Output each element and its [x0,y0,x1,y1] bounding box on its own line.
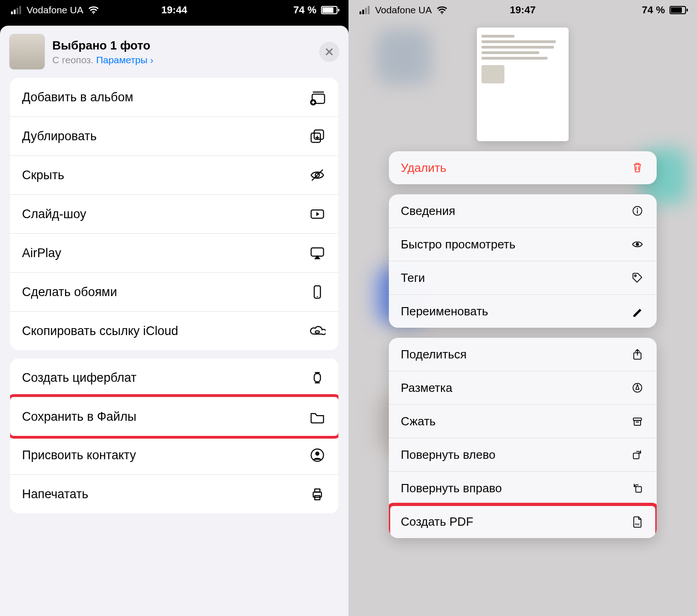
battery-icon [669,6,686,14]
ctx-pdf[interactable]: Создать PDFPDF [389,505,657,538]
svg-rect-35 [636,487,642,492]
photo-thumbnail[interactable] [9,34,45,70]
contact-icon [308,446,326,464]
ctx-label: Разметка [401,381,452,395]
svg-rect-1 [14,10,16,14]
svg-rect-23 [365,8,367,14]
ctx-eye[interactable]: Быстро просмотреть [389,227,657,261]
sheet-title: Выбрано 1 фото [52,38,312,53]
markup-icon [630,380,645,395]
action-group-1: Добавить в альбомДублироватьСкрытьСлайд-… [10,78,338,350]
status-bar: Vodafone UA 19:44 74 % [0,0,348,20]
album-add-icon [308,88,326,106]
pencil-icon [630,304,645,319]
action-contact[interactable]: Присвоить контакту [10,436,338,474]
svg-point-4 [93,13,94,14]
svg-rect-21 [360,11,361,14]
share-sheet: Выбрано 1 фото С геопоз. Параметры › Доб… [0,26,348,616]
action-album-add[interactable]: Добавить в альбом [10,78,338,116]
time-label: 19:44 [161,4,187,16]
ctx-group-actions: ПоделитьсяРазметкаСжатьПовернуть влевоПо… [389,338,657,538]
svg-rect-34 [633,453,639,459]
options-link[interactable]: Параметры › [96,55,154,65]
action-label: Присвоить контакту [22,448,136,462]
action-play-rect[interactable]: Слайд-шоу [10,194,338,233]
action-label: Скопировать ссылку iCloud [22,324,178,338]
cloud-link-icon [308,322,326,340]
eye-icon [630,237,645,252]
status-bar: Vodafone UA 19:47 74 % [348,0,697,20]
battery-percent: 74 % [642,4,665,16]
ctx-rotate-left[interactable]: Повернуть влево [389,438,657,471]
folder-icon [308,407,326,426]
svg-rect-0 [11,11,13,14]
action-label: Скрыть [22,168,64,182]
svg-point-27 [637,208,638,209]
ctx-label: Повернуть влево [401,448,495,462]
svg-point-25 [442,13,443,14]
ctx-label: Быстро просмотреть [401,237,515,252]
svg-point-17 [315,451,320,456]
ctx-label: Удалить [401,161,446,175]
ctx-pencil[interactable]: Переименовать [389,294,657,328]
sheet-subtitle: С геопоз. Параметры › [52,55,312,66]
action-duplicate[interactable]: Дублировать [10,116,338,155]
duplicate-icon [308,127,326,145]
svg-rect-22 [362,10,364,14]
rotate-right-icon [630,481,645,495]
svg-rect-33 [634,420,641,425]
airplay-icon [308,244,326,262]
ctx-group-delete: Удалить [389,151,657,184]
action-airplay[interactable]: AirPlay [10,233,338,272]
share-sheet-header: Выбрано 1 фото С геопоз. Параметры › [0,26,348,78]
phone-left: Vodafone UA 19:44 74 % Выбрано 1 фото С … [0,0,348,616]
svg-point-28 [636,243,639,246]
ctx-label: Поделиться [401,347,467,362]
ctx-label: Повернуть вправо [401,481,502,495]
ctx-archive[interactable]: Сжать [389,404,657,438]
svg-rect-19 [315,489,320,492]
ctx-trash[interactable]: Удалить [389,151,657,184]
time-label: 19:47 [510,4,536,16]
watch-icon [308,368,326,387]
action-print[interactable]: Напечатать [10,474,338,513]
phone-icon [308,283,326,301]
close-button[interactable] [319,42,339,62]
ctx-label: Переименовать [401,304,488,319]
signal-icon [11,6,22,14]
svg-point-29 [635,275,636,277]
action-folder[interactable]: Сохранить в Файлы [10,397,338,436]
action-watch[interactable]: Создать циферблат [10,358,338,397]
wifi-icon [88,6,99,14]
ctx-markup[interactable]: Разметка [389,371,657,404]
phone-right: Vodafone UA 19:47 74 % Удалить СведенияБ… [348,0,697,616]
ctx-rotate-right[interactable]: Повернуть вправо [389,471,657,505]
ctx-info[interactable]: Сведения [389,194,657,227]
carrier-label: Vodafone UA [27,5,83,16]
rotate-left-icon [630,447,645,462]
file-preview[interactable] [477,28,569,141]
battery-percent: 74 % [293,4,316,16]
action-label: Дублировать [22,129,97,143]
action-label: AirPlay [22,246,61,260]
ctx-tag[interactable]: Теги [389,261,657,294]
battery-icon [321,6,337,14]
svg-rect-24 [368,6,370,14]
carrier-label: Vodafone UA [375,5,432,16]
svg-rect-15 [314,374,321,382]
action-label: Сохранить в Файлы [22,410,136,424]
action-phone[interactable]: Сделать обоями [10,272,338,311]
tag-icon [630,270,645,285]
action-label: Сделать обоями [22,285,117,299]
print-icon [308,485,326,503]
svg-point-13 [317,296,318,297]
action-cloud-link[interactable]: Скопировать ссылку iCloud [10,311,338,350]
ctx-label: Создать PDF [401,515,473,529]
close-icon [325,47,334,56]
svg-text:PDF: PDF [635,523,640,526]
svg-rect-11 [311,248,324,256]
info-icon [630,204,645,218]
action-eye-slash[interactable]: Скрыть [10,155,338,194]
ctx-share[interactable]: Поделиться [389,338,657,371]
ctx-label: Теги [401,271,425,285]
